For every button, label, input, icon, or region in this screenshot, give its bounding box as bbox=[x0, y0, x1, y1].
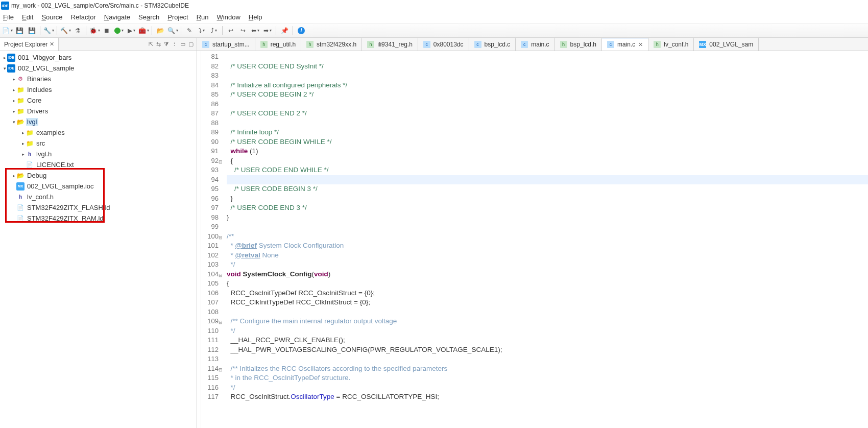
editor-tab[interactable]: hbsp_lcd.h bbox=[555, 38, 602, 51]
tree-ram-ld[interactable]: STM32F429ZITX_RAM.ld bbox=[0, 213, 197, 224]
tree-flash-ld[interactable]: STM32F429ZITX_FLASH.ld bbox=[0, 202, 197, 213]
project-tree[interactable]: IDE 001_Vibgyor_bars IDE 002_LVGL_sample… bbox=[0, 51, 197, 428]
tree-lvgl-src[interactable]: src bbox=[0, 138, 197, 149]
tree-label: Drivers bbox=[26, 107, 49, 115]
save-button[interactable]: 💾 bbox=[14, 26, 25, 36]
tree-lvgl[interactable]: lvgl bbox=[0, 116, 197, 127]
editor-tab[interactable]: hreg_util.h bbox=[255, 38, 301, 51]
window-title: my_work - 002_LVGL_sample/Core/Src/main.… bbox=[11, 2, 189, 9]
overview-ruler bbox=[197, 51, 201, 428]
menu-help[interactable]: Help bbox=[249, 13, 262, 21]
line-number-gutter[interactable]: 8182838485868788899091929394959697989910… bbox=[201, 51, 224, 428]
view-menu-icon[interactable]: ⋮ bbox=[172, 41, 177, 47]
toolbar-separator bbox=[181, 26, 181, 35]
tree-label: STM32F429ZITX_RAM.ld bbox=[26, 215, 105, 222]
editor-area: cstartup_stm...hreg_util.hhstm32f429xx.h… bbox=[197, 38, 868, 428]
menu-edit[interactable]: Edit bbox=[22, 13, 33, 21]
external-tools-button[interactable]: 🧰 bbox=[138, 26, 149, 36]
c-file-icon: c bbox=[474, 41, 481, 48]
menu-navigate[interactable]: Navigate bbox=[104, 13, 130, 21]
editor-tab[interactable]: hlv_conf.h bbox=[648, 38, 694, 51]
menu-window[interactable]: Window bbox=[217, 13, 240, 21]
tree-lvgl-licence[interactable]: LICENCE.txt bbox=[0, 159, 197, 170]
maximize-icon[interactable]: ▢ bbox=[188, 41, 194, 47]
folder-icon bbox=[26, 129, 34, 137]
open-type-button[interactable]: 📂 bbox=[155, 26, 165, 36]
tree-label: lvgl bbox=[26, 118, 38, 126]
editor-tab-label: stm32f429xx.h bbox=[317, 41, 356, 48]
tree-project-001[interactable]: IDE 001_Vibgyor_bars bbox=[0, 52, 197, 63]
folder-icon bbox=[16, 107, 25, 115]
close-icon[interactable]: ✕ bbox=[638, 41, 643, 48]
editor-tab-bar: cstartup_stm...hreg_util.hhstm32f429xx.h… bbox=[197, 38, 868, 51]
main-toolbar: 📄 💾 💾 🔧 🔨 ⚗ 🐞 ⏹ ▶ 🧰 📂 🔍 ✎ ⤵ ⤴ ↩ ↪ ⬅ ➡ 📌 … bbox=[0, 23, 868, 38]
ld-file-icon bbox=[16, 204, 25, 212]
ioc-file-icon: MX bbox=[16, 182, 25, 191]
tree-includes[interactable]: Includes bbox=[0, 84, 197, 95]
editor-tab[interactable]: MX002_LVGL_sam bbox=[694, 38, 759, 51]
tree-lvgl-h[interactable]: lvgl.h bbox=[0, 149, 197, 159]
filter-icon[interactable]: ⧩ bbox=[164, 41, 168, 47]
tree-debug[interactable]: Debug bbox=[0, 170, 197, 181]
tree-core[interactable]: Core bbox=[0, 95, 197, 106]
explorer-tab-bar: Project Explorer ✕ ⇱ ⇆ ⧩ ⋮ ▭ ▢ bbox=[0, 38, 197, 51]
tree-lvconf[interactable]: lv_conf.h bbox=[0, 192, 197, 202]
toolbar-separator bbox=[152, 26, 152, 35]
editor-tab[interactable]: c0x80013dc bbox=[418, 38, 469, 51]
toggle-mark-button[interactable]: ✎ bbox=[184, 26, 195, 36]
tree-label: LICENCE.txt bbox=[35, 161, 75, 169]
terminate-button[interactable]: ⏹ bbox=[102, 26, 112, 36]
collapse-all-icon[interactable]: ⇱ bbox=[149, 41, 153, 47]
editor-tab[interactable]: cstartup_stm... bbox=[197, 38, 255, 51]
toolbar-separator bbox=[276, 26, 276, 35]
link-editor-icon[interactable]: ⇆ bbox=[156, 41, 161, 47]
editor-tab[interactable]: cbsp_lcd.c bbox=[469, 38, 516, 51]
tree-lvgl-examples[interactable]: examples bbox=[0, 127, 197, 138]
tree-drivers[interactable]: Drivers bbox=[0, 106, 197, 116]
h-file-icon: h bbox=[560, 41, 567, 48]
editor-tab[interactable]: cmain.c✕ bbox=[602, 38, 648, 51]
back-forward-button[interactable]: ↪ bbox=[238, 26, 248, 36]
editor-tab[interactable]: hili9341_reg.h bbox=[362, 38, 418, 51]
tree-ioc[interactable]: MX 002_LVGL_sample.ioc bbox=[0, 181, 197, 192]
txt-file-icon bbox=[26, 161, 34, 169]
menu-search[interactable]: Search bbox=[138, 13, 159, 21]
editor-tab-label: lv_conf.h bbox=[664, 41, 688, 48]
run-last-button[interactable]: ▶ bbox=[126, 26, 136, 36]
back-button[interactable]: ⬅ bbox=[250, 26, 260, 36]
last-edit-button[interactable]: ↩ bbox=[226, 26, 236, 36]
toolbar-separator bbox=[57, 26, 57, 35]
binaries-icon bbox=[16, 75, 25, 83]
editor-tab-label: 0x80013dc bbox=[433, 41, 464, 48]
menu-run[interactable]: Run bbox=[197, 13, 209, 21]
tree-project-002[interactable]: IDE 002_LVGL_sample bbox=[0, 63, 197, 74]
sdk-button[interactable]: 🔧 bbox=[43, 26, 54, 36]
minimize-icon[interactable]: ▭ bbox=[180, 41, 185, 47]
close-icon[interactable]: ✕ bbox=[50, 41, 54, 47]
prev-annotation-button[interactable]: ⤴ bbox=[209, 26, 219, 36]
tree-binaries[interactable]: Binaries bbox=[0, 74, 197, 84]
info-center-button[interactable]: i bbox=[296, 26, 306, 36]
run-button[interactable] bbox=[114, 26, 124, 36]
menu-source[interactable]: Source bbox=[41, 13, 62, 21]
code-editor[interactable]: /* USER CODE END SysInit */ /* Initializ… bbox=[224, 51, 868, 428]
debug-button[interactable]: 🐞 bbox=[89, 26, 100, 36]
editor-tab-label: bsp_lcd.c bbox=[485, 41, 511, 48]
menu-project[interactable]: Project bbox=[167, 13, 188, 21]
next-annotation-button[interactable]: ⤵ bbox=[197, 26, 207, 36]
folder-icon bbox=[26, 139, 34, 148]
editor-tab[interactable]: cmain.c bbox=[516, 38, 554, 51]
build-button[interactable]: 🔨 bbox=[60, 26, 70, 36]
forward-button[interactable]: ➡ bbox=[262, 26, 273, 36]
build-config-button[interactable]: ⚗ bbox=[73, 26, 83, 36]
save-all-button[interactable]: 💾 bbox=[27, 26, 37, 36]
editor-tab-label: bsp_lcd.h bbox=[570, 41, 596, 48]
project-explorer-tab[interactable]: Project Explorer ✕ bbox=[0, 38, 59, 51]
editor-tab[interactable]: hstm32f429xx.h bbox=[301, 38, 362, 51]
search-button[interactable]: 🔍 bbox=[167, 26, 178, 36]
c-file-icon: c bbox=[423, 41, 430, 48]
pin-button[interactable]: 📌 bbox=[279, 26, 290, 36]
new-button[interactable]: 📄 bbox=[2, 26, 12, 36]
menu-refactor[interactable]: Refactor bbox=[71, 13, 96, 21]
menu-file[interactable]: File bbox=[3, 13, 14, 21]
